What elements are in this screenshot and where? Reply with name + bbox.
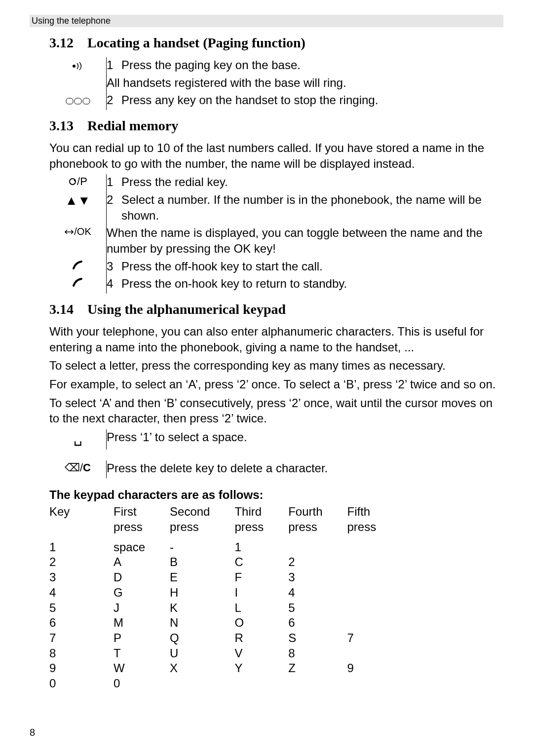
keypad-col-2: Secondpress [170,504,234,534]
keypad-char: space [114,540,170,555]
keypad-char: 6 [288,615,347,631]
svg-rect-2 [75,98,81,104]
keypad-char: 5 [288,601,347,616]
keypad-char: 9 [347,661,401,676]
space-icon: ␣ [74,430,82,446]
section-3-14-number: 3.14 [49,301,84,319]
keypad-char: N [170,615,234,631]
keypad-char: U [170,646,234,661]
keypad-char: P [114,631,170,646]
section-3-13-heading: Redial memory [87,118,178,133]
keypad-char: Q [170,631,234,646]
step-text: Press the paging key on the base. [121,57,503,75]
keypad-char: A [114,555,170,570]
keypad-char: 7 [347,631,401,646]
keypad-row: 3DEF3 [49,570,401,585]
section-3-13-title: 3.13 Redial memory [49,117,503,135]
redial-icon: /P [68,175,87,188]
svg-point-0 [73,65,76,68]
keypad-char: T [114,646,170,661]
tip-text: Press ‘1’ to select a space. [107,429,503,450]
keypad-char: E [170,570,234,585]
keypad-char [347,585,401,601]
keypad-char [347,615,401,631]
step-text: Press the on-hook key to return to stand… [121,276,503,294]
keypad-row: 8TUV8 [49,646,401,661]
keypad-key: 0 [49,676,114,691]
keypad-col-4: Fourthpress [288,504,347,534]
section-3-12-number: 3.12 [49,34,84,52]
section-3-14-tips: ␣ Press ‘1’ to select a space. ⌫/C Press… [49,429,503,478]
keypad-char [234,676,288,691]
keypad-char: J [114,601,170,616]
keypad-row: 5JKL5 [49,601,401,616]
section-3-14-p1: With your telephone, you can also enter … [49,324,503,355]
step-number: 2 [107,92,121,110]
keypad-keys-icon [66,93,90,107]
keypad-char: H [170,585,234,601]
step-number: 3 [107,259,121,276]
keypad-char: V [234,646,288,661]
svg-rect-3 [83,98,90,104]
keypad-char: Z [288,661,347,676]
keypad-key: 4 [49,585,114,601]
keypad-char: F [234,570,288,585]
step-number: 1 [107,57,121,75]
step-number: 4 [107,276,121,294]
paging-icon [71,58,85,72]
section-3-12-heading: Locating a handset (Paging function) [87,35,305,50]
keypad-char: M [114,615,170,631]
keypad-char: K [170,601,234,616]
step-number: 2 [107,192,121,225]
keypad-char: 0 [114,676,170,691]
keypad-char: C [234,555,288,570]
keypad-key: 7 [49,631,114,646]
keypad-char: W [114,661,170,676]
page-number: 8 [30,727,35,738]
keypad-key: 6 [49,615,114,631]
keypad-char: - [170,540,234,555]
keypad-char: 2 [288,555,347,570]
keypad-char [347,601,401,616]
section-3-13-number: 3.13 [49,117,84,135]
ok-key-icon: /OK [64,226,91,237]
keypad-key: 8 [49,646,114,661]
keypad-key: 9 [49,661,114,676]
keypad-heading: The keypad characters are as follows: [49,487,503,503]
keypad-char: L [234,601,288,616]
keypad-char: 3 [288,570,347,585]
section-3-14-p2: To select a letter, press the correspond… [49,358,503,374]
off-hook-icon [72,260,84,273]
keypad-char [347,555,401,570]
step-text: Select a number. If the number is in the… [121,192,503,225]
running-head: Using the telephone [30,15,503,27]
keypad-char [347,540,401,555]
section-3-13-steps: /P 1 Press the redial key. ▲▼ 2 Select a… [49,174,503,294]
keypad-char [347,646,401,661]
keypad-char: 1 [234,540,288,555]
keypad-char: I [234,585,288,601]
keypad-row: 7PQRS7 [49,631,401,646]
keypad-char [288,540,347,555]
keypad-row: 00 [49,676,401,691]
keypad-char: 8 [288,646,347,661]
section-3-13-intro: You can redial up to 10 of the last numb… [30,140,503,171]
keypad-row: 6MNO6 [49,615,401,631]
step-text: Press the redial key. [121,174,503,192]
step-number: 1 [107,174,121,192]
keypad-char: S [288,631,347,646]
keypad-char: X [170,661,234,676]
keypad-key: 2 [49,555,114,570]
keypad-col-5: Fifthpress [347,504,401,534]
section-3-14-title: 3.14 Using the alphanumerical keypad [49,301,503,319]
step-text: Press any key on the handset to stop the… [121,92,503,110]
keypad-char [288,676,347,691]
step-text: Press the off-hook key to start the call… [121,259,503,276]
keypad-char: 4 [288,585,347,601]
section-3-14-p3: For example, to select an ‘A’, press ‘2’… [49,377,503,392]
section-3-14-heading: Using the alphanumerical keypad [87,302,286,317]
keypad-char: D [114,570,170,585]
up-down-arrows-icon: ▲▼ [65,193,90,208]
on-hook-icon [72,277,84,290]
keypad-char: Y [234,661,288,676]
